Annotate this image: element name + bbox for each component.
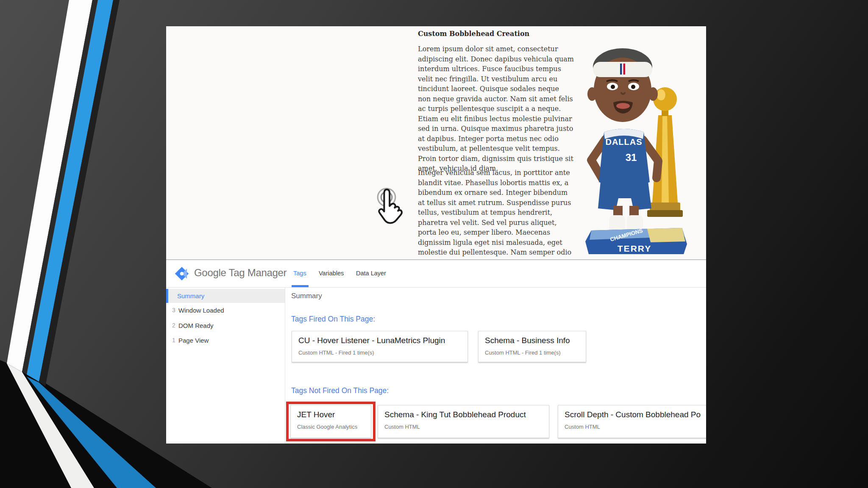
tag-card-jet-hover[interactable]: JET Hover Classic Google Analytics bbox=[290, 405, 371, 438]
body-paragraph: Integer vehicula sem lacus, in porttitor… bbox=[418, 168, 574, 259]
tag-meta: Custom HTML bbox=[384, 424, 542, 430]
tag-name: CU - Hover Listener - LunaMetrics Plugin bbox=[298, 336, 461, 345]
screenshot-frame: Custom Bobblehead Creation Lorem ipsum d… bbox=[166, 26, 706, 444]
event-label: Page View bbox=[178, 337, 209, 344]
event-timeline-sidebar: Summary 3 Window Loaded 2 DOM Ready 1 Pa… bbox=[166, 288, 285, 444]
sidebar-item-dom-ready[interactable]: 2 DOM Ready bbox=[166, 320, 285, 330]
active-tab-indicator bbox=[292, 285, 309, 287]
tag-meta: Custom HTML - Fired 1 time(s) bbox=[485, 349, 579, 356]
event-count: 2 bbox=[170, 322, 178, 329]
tag-name: JET Hover bbox=[297, 410, 364, 419]
tag-name: Schema - King Tut Bobblehead Product bbox=[384, 410, 542, 419]
tag-card-scroll-depth[interactable]: Scroll Depth - Custom Bobblehead Po Cust… bbox=[558, 405, 706, 438]
tab-data-layer[interactable]: Data Layer bbox=[356, 270, 386, 277]
sidebar-item-label: Summary bbox=[177, 292, 204, 299]
tag-name: Scroll Depth - Custom Bobblehead Po bbox=[565, 410, 700, 419]
tags-fired-heading: Tags Fired On This Page: bbox=[291, 315, 375, 324]
jersey-number-text: 31 bbox=[626, 152, 637, 163]
bobblehead-product-image: DALLAS 31 CHAMPIONS TERRY bbox=[584, 42, 691, 259]
tap-click-icon bbox=[373, 186, 407, 229]
tab-tags[interactable]: Tags bbox=[293, 270, 306, 277]
tab-variables[interactable]: Variables bbox=[319, 270, 344, 277]
tag-card-schema-business-info[interactable]: Schema - Business Info Custom HTML - Fir… bbox=[478, 331, 586, 362]
presentation-slide: Custom Bobblehead Creation Lorem ipsum d… bbox=[0, 0, 868, 488]
event-count: 3 bbox=[170, 307, 178, 313]
body-paragraph: Lorem ipsum dolor sit amet, consectetur … bbox=[418, 44, 574, 174]
page-title: Custom Bobblehead Creation bbox=[418, 30, 579, 38]
sidebar-item-page-view[interactable]: 1 Page View bbox=[166, 335, 285, 345]
gtm-body: Summary 3 Window Loaded 2 DOM Ready 1 Pa… bbox=[166, 288, 706, 444]
nba-logo-mark bbox=[620, 64, 625, 75]
tag-name: Schema - Business Info bbox=[485, 336, 579, 345]
gtm-debug-panel: Google Tag Manager Tags Variables Data L… bbox=[166, 259, 706, 444]
webpage-view: Custom Bobblehead Creation Lorem ipsum d… bbox=[166, 26, 706, 259]
gtm-summary-content: Summary Tags Fired On This Page: CU - Ho… bbox=[285, 288, 706, 444]
tags-not-fired-heading: Tags Not Fired On This Page: bbox=[291, 386, 389, 395]
tag-meta: Custom HTML - Fired 1 time(s) bbox=[298, 349, 461, 356]
tag-meta: Custom HTML bbox=[565, 424, 700, 430]
gtm-header: Google Tag Manager Tags Variables Data L… bbox=[166, 260, 706, 288]
figure-base: CHAMPIONS TERRY bbox=[585, 227, 687, 254]
sidebar-item-window-loaded[interactable]: 3 Window Loaded bbox=[166, 305, 285, 315]
event-label: Window Loaded bbox=[178, 307, 224, 314]
base-name-text: TERRY bbox=[618, 244, 651, 253]
gtm-diamond-logo bbox=[174, 266, 190, 282]
tag-card-cu-hover-listener[interactable]: CU - Hover Listener - LunaMetrics Plugin… bbox=[292, 331, 468, 362]
tag-meta: Classic Google Analytics bbox=[297, 424, 364, 430]
event-label: DOM Ready bbox=[178, 322, 214, 329]
event-count: 1 bbox=[170, 337, 178, 344]
summary-title: Summary bbox=[291, 292, 322, 300]
sidebar-item-summary[interactable]: Summary bbox=[166, 289, 285, 303]
gtm-brand-title: Google Tag Manager bbox=[194, 267, 287, 279]
jersey-team-text: DALLAS bbox=[605, 137, 642, 147]
tag-card-schema-king-tut[interactable]: Schema - King Tut Bobblehead Product Cus… bbox=[378, 405, 549, 438]
